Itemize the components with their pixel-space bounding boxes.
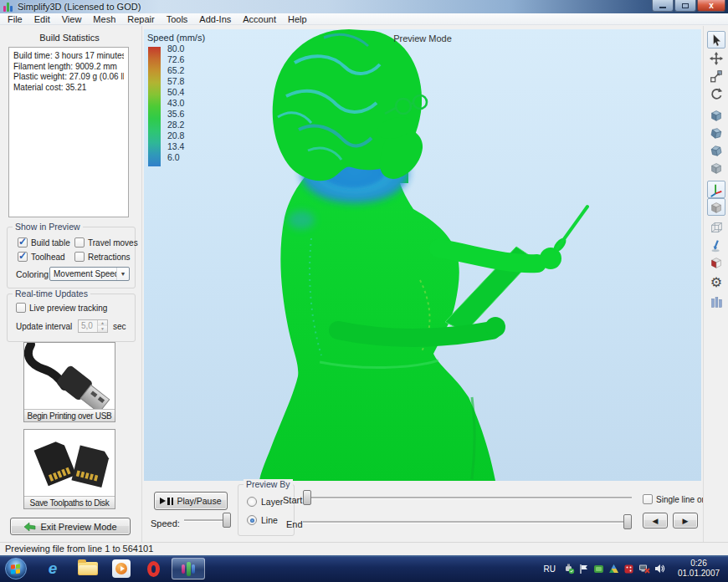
normals-button[interactable] (707, 236, 725, 253)
end-slider[interactable] (303, 514, 632, 529)
usb-eject-icon[interactable] (562, 563, 575, 575)
taskbar-media-player[interactable] (107, 558, 136, 579)
legend-ticks: 80.0 72.6 65.2 57.8 50.4 43.0 35.6 28.2 … (167, 43, 184, 163)
end-slider-groove[interactable] (303, 521, 632, 523)
spin-down-icon[interactable]: ▼ (98, 326, 107, 332)
taskbar: e RU 0:26 01.01.2007 (0, 555, 728, 582)
wireframe-cube-icon (709, 220, 724, 235)
menu-repair[interactable]: Repair (121, 13, 160, 25)
travel-moves-checkbox[interactable] (74, 237, 85, 248)
retractions-checkbox[interactable] (74, 252, 85, 262)
step-back-button[interactable]: ◀ (643, 513, 668, 528)
taskbar-file-explorer[interactable] (74, 558, 102, 579)
preview-viewport[interactable]: Preview Mode Speed (mm/s) 80.0 72.6 65.2… (144, 29, 701, 481)
start-slider[interactable] (303, 490, 632, 505)
menu-edit[interactable]: Edit (28, 13, 56, 25)
coloring-dropdown[interactable]: Movement Speed ▼ (49, 267, 130, 281)
end-label: End (286, 519, 303, 529)
menu-view[interactable]: View (56, 13, 88, 25)
build-table-checkbox[interactable] (18, 237, 28, 248)
taskbar-opera[interactable] (139, 558, 167, 579)
language-indicator[interactable]: RU (544, 564, 556, 574)
speed-legend: Speed (mm/s) 80.0 72.6 65.2 57.8 50.4 43… (147, 33, 205, 46)
simplify3d-icon (182, 562, 195, 576)
solid-cube-icon (709, 200, 724, 215)
menu-account[interactable]: Account (237, 13, 282, 25)
taskbar-clock[interactable]: 0:26 01.01.2007 (673, 559, 725, 579)
legend-tick: 6.0 (167, 152, 184, 163)
green-back-arrow-icon (23, 522, 36, 532)
show-axes-button[interactable] (707, 181, 725, 198)
update-interval-unit: sec (113, 322, 126, 331)
speed-slider[interactable] (184, 513, 231, 528)
scale-icon (709, 69, 724, 84)
line-radio[interactable] (247, 515, 257, 525)
coloring-label: Coloring (16, 269, 49, 279)
view-top-button[interactable] (707, 141, 725, 159)
toolhead-checkbox[interactable] (18, 252, 28, 262)
show-model-button[interactable] (707, 198, 725, 216)
view-default-button[interactable] (707, 106, 725, 124)
legend-tick: 72.6 (167, 54, 184, 65)
printed-model-figure (144, 29, 701, 481)
rotate-tool-button[interactable] (707, 84, 725, 102)
single-line-checkbox[interactable] (643, 494, 653, 504)
layer-radio[interactable] (247, 497, 257, 507)
media-player-icon (112, 559, 131, 578)
taskbar-internet-explorer[interactable]: e (38, 558, 67, 579)
exit-preview-mode-button[interactable]: Exit Preview Mode (10, 518, 131, 535)
step-forward-icon: ▶ (683, 517, 689, 525)
taskbar-simplify3d[interactable] (172, 558, 205, 579)
windows-logo-icon (11, 564, 21, 574)
supports-icon (709, 294, 724, 309)
close-button[interactable]: x (697, 0, 725, 12)
title-bar: Simplify3D (Licensed to GOD) x (0, 0, 728, 13)
legend-tick: 13.4 (167, 141, 184, 152)
app-green-icon[interactable] (592, 563, 605, 575)
preview-mode-label: Preview Mode (393, 33, 452, 43)
maximize-button[interactable] (674, 0, 696, 12)
play-pause-button[interactable]: Play/Pause (154, 492, 228, 510)
live-preview-checkbox[interactable] (16, 303, 26, 313)
update-interval-spinner[interactable]: 5,0 ▲▼ (78, 319, 108, 333)
menu-mesh[interactable]: Mesh (87, 13, 121, 25)
step-forward-button[interactable]: ▶ (673, 513, 698, 528)
start-button[interactable] (5, 558, 27, 579)
menu-bar: File Edit View Mesh Repair Tools Add-Ins… (0, 13, 728, 25)
select-tool-button[interactable] (707, 31, 725, 48)
volume-icon[interactable] (653, 563, 665, 575)
speed-slider-handle[interactable] (223, 513, 231, 528)
pan-tool-button[interactable] (707, 49, 725, 67)
start-slider-groove[interactable] (303, 497, 632, 498)
build-statistics-box: Build time: 3 hours 17 minutes Filament … (8, 47, 129, 217)
stat-filament-length: Filament length: 9009.2 mm (13, 62, 124, 73)
live-preview-label: Live preview tracking (29, 304, 107, 313)
menu-tools[interactable]: Tools (161, 13, 194, 25)
app-red-icon[interactable] (623, 563, 635, 575)
start-label: Start (283, 495, 302, 505)
supports-button[interactable] (707, 293, 725, 310)
spin-up-icon[interactable]: ▲ (98, 320, 107, 326)
start-slider-handle[interactable] (303, 490, 311, 505)
menu-file[interactable]: File (2, 13, 28, 25)
axes-icon (709, 182, 724, 197)
view-side-button[interactable] (707, 159, 725, 176)
cross-section-button[interactable] (707, 253, 725, 271)
wireframe-button[interactable] (707, 218, 725, 236)
playback-panel: Play/Pause Speed: Preview By Layer Line … (144, 481, 701, 542)
minimize-button[interactable] (652, 0, 674, 12)
end-slider-handle[interactable] (623, 514, 632, 529)
clock-time: 0:26 (690, 559, 706, 568)
menu-help[interactable]: Help (282, 13, 313, 25)
action-center-flag-icon[interactable] (577, 563, 590, 575)
legend-tick: 65.2 (167, 65, 184, 76)
view-front-button[interactable] (707, 124, 725, 141)
save-toolpaths-button[interactable]: Save Toolpaths to Disk (23, 429, 115, 509)
scale-tool-button[interactable] (707, 67, 725, 84)
travel-moves-label: Travel moves (88, 238, 138, 248)
settings-button[interactable]: ⚙ (707, 273, 725, 291)
app-drive-icon[interactable] (608, 563, 620, 575)
menu-addins[interactable]: Add-Ins (193, 13, 237, 25)
begin-printing-usb-button[interactable]: Begin Printing over USB (23, 342, 115, 422)
display-disconnect-icon[interactable] (638, 563, 650, 575)
